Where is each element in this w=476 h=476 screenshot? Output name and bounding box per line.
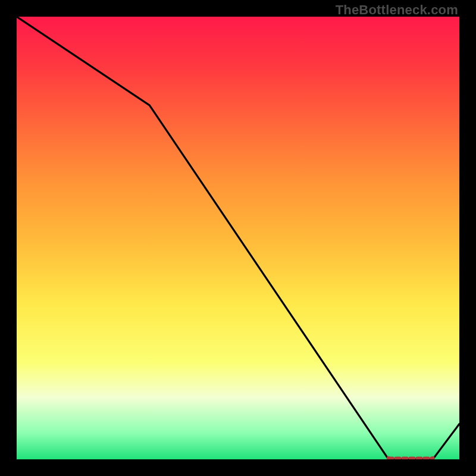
plot-area [17,17,459,459]
optimal-range-marker [387,456,435,459]
watermark-text: TheBottleneck.com [336,2,458,18]
chart-frame: TheBottleneck.com [0,0,476,476]
bottleneck-line-series [17,17,459,459]
series-polyline [17,17,459,459]
chart-svg [17,17,459,459]
